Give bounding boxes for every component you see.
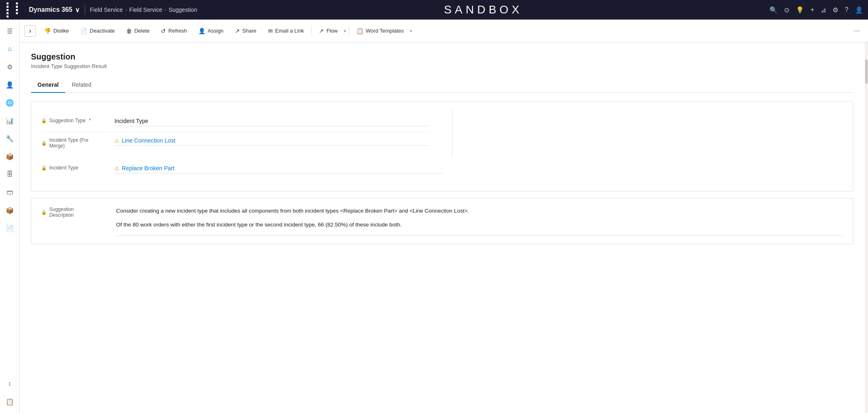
incident-type-value[interactable]: ⚠ Replace Broken Part — [114, 165, 442, 174]
dislike-label: Dislike — [53, 28, 69, 34]
scroll-thumb[interactable] — [865, 59, 868, 84]
page-title: Suggestion — [31, 52, 853, 62]
search-icon[interactable]: 🔍 — [769, 6, 778, 14]
assign-label: Assign — [208, 28, 224, 34]
sidebar-users-icon[interactable]: 👤 — [2, 77, 18, 93]
sidebar-home-icon[interactable]: ⌂ — [2, 41, 18, 57]
flow-btn-container: ↗ Flow ∨ — [314, 25, 346, 37]
word-templates-label: Word Templates — [366, 28, 404, 34]
assign-icon: 👤 — [198, 28, 205, 34]
refresh-button[interactable]: ↺ Refresh — [156, 25, 192, 37]
refresh-icon: ↺ — [161, 28, 166, 34]
email-icon: ✉ — [268, 28, 273, 34]
deactivate-icon: 📄 — [80, 28, 87, 34]
word-templates-icon: 📋 — [356, 28, 363, 34]
lock-icon-2: 🔒 — [41, 141, 47, 146]
sidebar-globe-icon[interactable]: 🌐 — [2, 94, 18, 111]
target-icon[interactable]: ⊙ — [784, 6, 789, 14]
form-card: 🔒 Suggestion Type * Incident Type 🔒 — [31, 101, 853, 191]
breadcrumb-sep-1: › — [125, 7, 127, 12]
lock-icon-4: 🔒 — [41, 210, 47, 215]
sidebar-db-icon[interactable]: 🗄 — [2, 166, 18, 182]
incident-type-merge-row: 🔒 Incident Type (ForMerge) ⚠ Line Connec… — [41, 132, 429, 154]
sidebar-cube-icon[interactable]: 📦 — [2, 202, 18, 218]
word-templates-button[interactable]: 📋 Word Templates — [352, 25, 409, 37]
app-grid-icon[interactable] — [5, 1, 26, 19]
brand-chevron[interactable]: ∨ — [75, 6, 80, 14]
breadcrumb-suggestion: Suggestion — [169, 7, 197, 13]
breadcrumb: Field Service › Field Service › Suggesti… — [90, 7, 197, 13]
tab-related[interactable]: Related — [65, 77, 98, 93]
share-label: Share — [242, 28, 257, 34]
warning-icon-2: ⚠ — [114, 165, 119, 171]
toolbar-more-btn[interactable]: ··· — [850, 25, 863, 37]
sidebar-chart-icon[interactable]: 📊 — [2, 112, 18, 129]
breadcrumb-field-service-1[interactable]: Field Service — [90, 7, 123, 13]
dislike-icon: 👎 — [44, 28, 51, 34]
plus-icon[interactable]: + — [811, 6, 814, 13]
desc-para-1: Consider creating a new incident type th… — [116, 206, 843, 215]
nav-actions: 🔍 ⊙ 💡 + ⊿ ⚙ ? 👤 — [769, 6, 863, 14]
dislike-button[interactable]: 👎 Dislike — [39, 25, 74, 37]
settings-icon[interactable]: ⚙ — [833, 6, 838, 14]
sandbox-title: SANDBOX — [200, 3, 766, 16]
help-icon[interactable]: ? — [845, 6, 848, 13]
user-icon[interactable]: 👤 — [855, 6, 863, 14]
email-link-button[interactable]: ✉ Email a Link — [263, 25, 309, 37]
sidebar-db2-icon[interactable]: 🗃 — [2, 184, 18, 200]
scroll-track[interactable] — [865, 42, 868, 413]
desc-para-2: Of the 80 work orders with either the fi… — [116, 220, 843, 229]
incident-type-row: 🔒 Incident Type ⚠ Replace Broken Part — [41, 160, 442, 180]
deactivate-label: Deactivate — [90, 28, 114, 34]
assign-button[interactable]: 👤 Assign — [193, 25, 229, 37]
deactivate-button[interactable]: 📄 Deactivate — [75, 25, 119, 37]
share-button[interactable]: ↗ Share — [230, 25, 261, 37]
sidebar-doc-icon[interactable]: 📄 — [2, 220, 18, 236]
sidebar-sort-icon[interactable]: ↕ — [2, 376, 18, 392]
delete-icon: 🗑 — [126, 28, 132, 34]
page-subtitle: Incident Type Suggestion Result — [31, 63, 853, 69]
incident-type-merge-value[interactable]: ⚠ Line Connection Lost — [114, 137, 429, 146]
tab-general[interactable]: General — [31, 77, 65, 93]
desc-card: 🔒 SuggestionDescription Consider creatin… — [31, 198, 853, 244]
form-grid: 🔒 Suggestion Type * Incident Type 🔒 — [41, 110, 843, 183]
word-templates-arrow[interactable]: ∨ — [409, 29, 412, 33]
desc-label: 🔒 SuggestionDescription — [41, 206, 106, 218]
word-templates-btn-container: 📋 Word Templates ∨ — [352, 25, 412, 37]
toolbar-expand-btn[interactable]: › — [24, 25, 36, 37]
desc-row: 🔒 SuggestionDescription Consider creatin… — [41, 206, 843, 236]
suggestion-type-value: Incident Type — [114, 118, 429, 126]
sidebar-menu-icon[interactable]: ☰ — [2, 23, 18, 39]
form-section-left: 🔒 Suggestion Type * Incident Type 🔒 — [41, 110, 442, 157]
top-nav: Dynamics 365 ∨ Field Service › Field Ser… — [0, 0, 868, 20]
toolbar-sep — [311, 26, 312, 36]
lock-icon-1: 🔒 — [41, 118, 47, 123]
incident-type-merge-label: 🔒 Incident Type (ForMerge) — [41, 137, 114, 149]
flow-label: Flow — [326, 28, 337, 34]
brand-logo[interactable]: Dynamics 365 ∨ — [29, 6, 80, 14]
breadcrumb-sep-2: › — [165, 7, 166, 12]
email-link-label: Email a Link — [275, 28, 304, 34]
desc-text: Consider creating a new incident type th… — [116, 206, 843, 236]
delete-label: Delete — [134, 28, 150, 34]
bulb-icon[interactable]: 💡 — [796, 6, 804, 14]
sidebar-clipboard-icon[interactable]: 📋 — [2, 393, 18, 410]
lock-icon-3: 🔒 — [41, 165, 47, 171]
filter-icon[interactable]: ⊿ — [821, 6, 826, 14]
sidebar-box-icon[interactable]: 📦 — [2, 148, 18, 165]
sidebar-tools-icon[interactable]: 🔧 — [2, 130, 18, 147]
flow-arrow[interactable]: ∨ — [343, 29, 346, 33]
flow-button[interactable]: ↗ Flow — [314, 25, 342, 37]
breadcrumb-field-service-2[interactable]: Field Service — [129, 7, 162, 13]
refresh-label: Refresh — [168, 28, 187, 34]
toolbar: › 👎 Dislike 📄 Deactivate 🗑 Delete ↺ Refr… — [20, 20, 868, 42]
sidebar: ☰ ⌂ ⚙ 👤 🌐 📊 🔧 📦 🗄 🗃 📦 📄 ↕ 📋 — [0, 20, 20, 413]
form-divider-vertical — [452, 110, 453, 157]
form-section-right: 🔒 Incident Type ⚠ Replace Broken Part — [41, 157, 442, 183]
tabs: General Related — [31, 77, 853, 93]
delete-button[interactable]: 🗑 Delete — [121, 25, 155, 37]
sidebar-settings-icon[interactable]: ⚙ — [2, 59, 18, 75]
flow-icon: ↗ — [319, 28, 324, 34]
toolbar-sep2 — [349, 26, 349, 36]
suggestion-type-label: 🔒 Suggestion Type * — [41, 118, 114, 123]
